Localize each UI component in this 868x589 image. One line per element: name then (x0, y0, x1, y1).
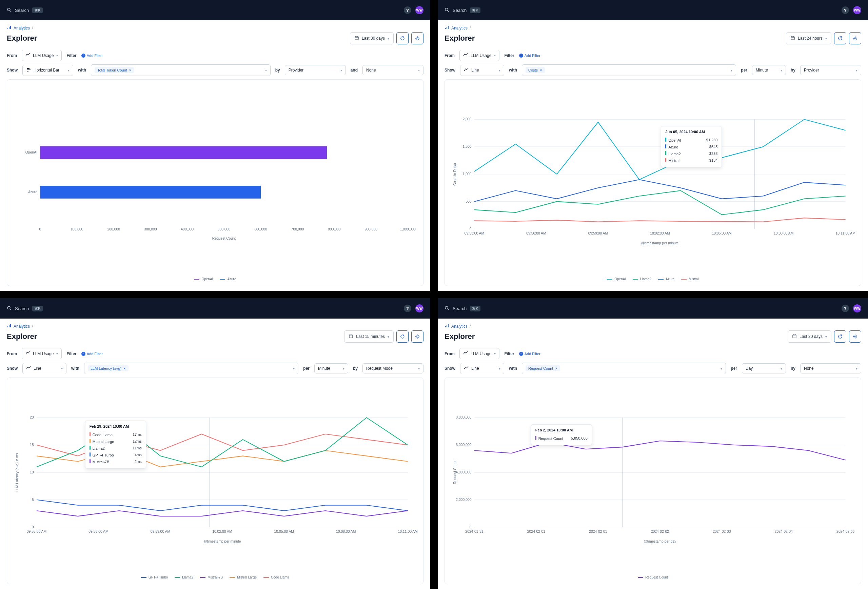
chevron-down-icon: ▾ (265, 68, 267, 72)
from-select[interactable]: LLM Usage ▾ (22, 348, 62, 359)
help-icon[interactable]: ? (404, 6, 411, 14)
avatar[interactable]: WW (853, 304, 861, 312)
breadcrumb-analytics[interactable]: Analytics (13, 26, 30, 31)
breadcrumb: Analytics / (7, 323, 424, 329)
svg-text:900,000: 900,000 (365, 227, 377, 231)
metric-select[interactable]: LLM Latency (avg) × ▾ (84, 362, 298, 374)
svg-point-96 (855, 336, 856, 337)
series-line[interactable] (474, 190, 846, 215)
chip-remove-icon[interactable]: × (540, 68, 542, 72)
help-icon[interactable]: ? (841, 305, 849, 312)
by-select[interactable]: Provider ▾ (285, 65, 346, 75)
chart-type-select[interactable]: Line ▾ (460, 363, 504, 374)
refresh-button[interactable] (834, 330, 846, 343)
svg-text:Costs in Dollar: Costs in Dollar (453, 163, 457, 186)
search-trigger[interactable]: Search ⌘K (444, 7, 480, 13)
legend-item[interactable]: GPT-4 Turbo (141, 576, 168, 579)
svg-text:2024-01-31: 2024-01-31 (465, 530, 483, 533)
series-line[interactable] (37, 511, 408, 516)
add-filter-button[interactable]: + Add Filter (519, 352, 540, 356)
bar[interactable] (40, 186, 261, 199)
filter-label: Filter (504, 352, 514, 356)
line-icon (464, 366, 469, 371)
chart-tooltip: Feb 2, 2024 10:00 AM Request Count 5,850… (531, 424, 592, 445)
legend-item[interactable]: Llama2 (175, 576, 193, 579)
series-line[interactable] (37, 500, 408, 511)
svg-point-0 (7, 8, 10, 11)
add-filter-button[interactable]: + Add Filter (519, 53, 540, 57)
bar[interactable] (40, 146, 327, 159)
search-trigger[interactable]: Search ⌘K (7, 7, 43, 13)
refresh-button[interactable] (834, 32, 846, 44)
and-select[interactable]: None ▾ (362, 65, 424, 75)
metric-chip: Request Count × (526, 365, 560, 371)
settings-button[interactable] (849, 330, 861, 343)
search-trigger[interactable]: Search ⌘K (444, 306, 480, 311)
settings-button[interactable] (411, 330, 424, 343)
by-select[interactable]: None ▾ (800, 363, 861, 374)
svg-text:10:02:00 AM: 10:02:00 AM (212, 530, 232, 533)
help-icon[interactable]: ? (404, 305, 411, 312)
by-select[interactable]: Provider ▾ (800, 65, 861, 75)
avatar[interactable]: WW (415, 304, 424, 312)
breadcrumb-analytics[interactable]: Analytics (451, 324, 468, 329)
refresh-button[interactable] (396, 330, 409, 343)
chip-remove-icon[interactable]: × (123, 366, 125, 370)
refresh-button[interactable] (396, 32, 409, 44)
chevron-down-icon: ▾ (388, 335, 389, 339)
per-select[interactable]: Minute ▾ (314, 363, 348, 374)
svg-text:500,000: 500,000 (218, 227, 230, 231)
from-select[interactable]: LLM Usage ▾ (459, 348, 499, 359)
legend-item[interactable]: Llama2 (633, 277, 651, 281)
panel-c: Search ⌘K ? WW Analytics / Explorer Last… (0, 298, 430, 589)
time-range-select[interactable]: Last 15 minutes ▾ (344, 330, 394, 343)
legend-item[interactable]: Mistral Large (230, 576, 257, 579)
chart-type-select[interactable]: Horizontal Bar ▾ (22, 65, 73, 76)
add-filter-button[interactable]: + Add Filter (81, 352, 103, 356)
legend-item[interactable]: Code Llama (263, 576, 289, 579)
chart-type-select[interactable]: Line ▾ (22, 363, 66, 374)
search-label: Search (15, 8, 29, 13)
breadcrumb-analytics[interactable]: Analytics (13, 324, 30, 329)
help-icon[interactable]: ? (841, 6, 849, 14)
legend-item[interactable]: OpenAI (607, 277, 626, 281)
legend-item[interactable]: Azure (220, 277, 236, 281)
avatar[interactable]: WW (415, 6, 424, 14)
legend-item[interactable]: Mistral-7B (200, 576, 223, 579)
legend-item[interactable]: OpenAI (194, 277, 213, 281)
time-range-select[interactable]: Last 30 days ▾ (350, 32, 394, 44)
chip-remove-icon[interactable]: × (129, 68, 131, 72)
series-line[interactable] (474, 441, 846, 460)
metric-select[interactable]: Request Count × ▾ (522, 362, 726, 374)
with-label: with (78, 68, 86, 72)
settings-button[interactable] (411, 32, 424, 44)
topbar: Search ⌘K ? WW (438, 298, 868, 318)
series-line[interactable] (474, 119, 846, 180)
chip-remove-icon[interactable]: × (555, 366, 557, 370)
search-trigger[interactable]: Search ⌘K (7, 306, 43, 311)
tooltip-row: OpenAI $1,239 (665, 137, 717, 143)
legend-swatch (658, 279, 664, 280)
time-range-select[interactable]: Last 24 hours ▾ (786, 32, 831, 44)
svg-text:@timestamp per minute: @timestamp per minute (204, 539, 241, 543)
from-select[interactable]: LLM Usage ▾ (459, 50, 499, 61)
legend-item[interactable]: Request Count (638, 576, 668, 579)
metric-select[interactable]: Total Token Count × ▾ (91, 65, 270, 76)
settings-button[interactable] (849, 32, 861, 44)
series-line[interactable] (474, 218, 846, 222)
per-select[interactable]: Day ▾ (742, 363, 786, 374)
legend-item[interactable]: Mistral (681, 277, 698, 281)
time-range-select[interactable]: Last 30 days ▾ (788, 330, 831, 343)
breadcrumb-analytics[interactable]: Analytics (451, 26, 468, 31)
add-filter-button[interactable]: + Add Filter (81, 53, 103, 57)
legend-item[interactable]: Azure (658, 277, 675, 281)
chart-type-select[interactable]: Line ▾ (460, 65, 504, 76)
chart-card: 0510152009:53:00 AM09:56:00 AM09:59:00 A… (7, 377, 424, 584)
avatar[interactable]: WW (853, 6, 861, 14)
per-select[interactable]: Minute ▾ (752, 65, 786, 75)
series-line[interactable] (474, 180, 846, 202)
by-select[interactable]: Request Model ▾ (362, 363, 424, 374)
chevron-down-icon: ▾ (781, 367, 782, 370)
metric-select[interactable]: Costs × ▾ (522, 65, 736, 76)
from-select[interactable]: LLM Usage ▾ (22, 50, 62, 61)
